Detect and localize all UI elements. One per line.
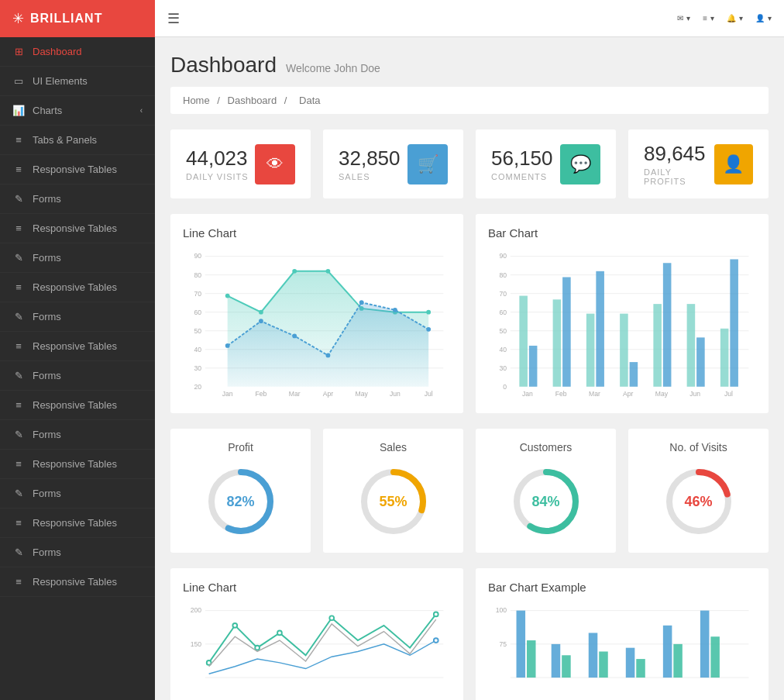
- topbar: ☰ ✉ ▾ ≡ ▾ 🔔 ▾ 👤 ▾: [155, 0, 784, 37]
- svg-rect-60: [630, 362, 638, 387]
- sidebar-item-resp-tables-1[interactable]: ≡ Responsive Tables: [0, 155, 155, 184]
- donut-sales-title: Sales: [335, 441, 451, 453]
- sidebar-item-forms-3[interactable]: ✎ Forms: [0, 302, 155, 332]
- bell-button[interactable]: 🔔 ▾: [727, 14, 743, 22]
- svg-rect-62: [663, 263, 672, 387]
- svg-text:Mar: Mar: [589, 390, 600, 398]
- sidebar-item-label: Responsive Tables: [33, 399, 117, 411]
- stat-sales-label: SALES: [339, 172, 401, 181]
- donut-card-sales: Sales 55%: [323, 429, 463, 553]
- donut-visits-title: No. of Visits: [641, 441, 756, 453]
- breadcrumb-sep-1: /: [217, 95, 222, 106]
- svg-text:Feb: Feb: [555, 390, 567, 398]
- stat-profits-value: 89,645: [644, 142, 714, 166]
- svg-text:70: 70: [499, 290, 507, 298]
- svg-text:40: 40: [194, 346, 201, 353]
- sidebar-item-forms-6[interactable]: ✎ Forms: [0, 479, 155, 509]
- form-icon-6: ✎: [12, 488, 25, 499]
- breadcrumb-section[interactable]: Dashboard: [228, 95, 277, 106]
- svg-text:75: 75: [499, 640, 507, 648]
- svg-rect-100: [527, 640, 536, 678]
- sidebar-item-resp-tables-4[interactable]: ≡ Responsive Tables: [0, 332, 155, 361]
- sidebar-item-tabs[interactable]: ≡ Tabs & Panels: [0, 126, 155, 155]
- sidebar-item-resp-tables-8[interactable]: ≡ Responsive Tables: [0, 567, 155, 597]
- svg-point-22: [426, 310, 431, 315]
- user-menu-button[interactable]: 👤 ▾: [755, 14, 772, 22]
- sidebar-item-resp-tables-3[interactable]: ≡ Responsive Tables: [0, 273, 155, 302]
- svg-text:40: 40: [499, 346, 507, 353]
- svg-text:80: 80: [499, 271, 507, 279]
- svg-text:Apr: Apr: [623, 390, 634, 398]
- chevron-icon: ‹: [140, 106, 143, 115]
- svg-rect-53: [519, 296, 528, 387]
- svg-rect-57: [586, 314, 595, 387]
- sidebar-item-label: Forms: [33, 429, 61, 440]
- bell-icon: 🔔: [727, 14, 736, 22]
- sidebar-item-ui-elements[interactable]: ▭ UI Elements: [0, 67, 155, 96]
- bottom-bar-chart-card: Bar Chart Example 100 75: [476, 568, 769, 700]
- svg-point-25: [259, 319, 263, 323]
- svg-text:Jan: Jan: [522, 390, 533, 398]
- svg-rect-55: [553, 299, 562, 386]
- svg-point-16: [225, 294, 230, 298]
- bottom-charts-row: Line Chart 200 150: [170, 568, 769, 700]
- sidebar-item-label: Forms: [33, 547, 61, 558]
- brand-logo-icon: ✳: [12, 10, 24, 27]
- donut-profit-label: 82%: [226, 494, 254, 510]
- donut-customers-chart: 84%: [507, 463, 585, 540]
- sidebar-item-charts[interactable]: 📊 Charts ‹: [0, 96, 155, 126]
- bottom-line-chart-svg: 200 150: [183, 603, 451, 700]
- stat-card-comments: 56,150 COMMENTS 💬: [476, 129, 616, 198]
- dashboard-icon: ⊞: [12, 46, 25, 57]
- sidebar-item-forms-5[interactable]: ✎ Forms: [0, 420, 155, 450]
- svg-text:100: 100: [496, 607, 507, 615]
- sidebar-item-label: Forms: [33, 252, 61, 264]
- breadcrumb: Home / Dashboard / Data: [170, 87, 769, 114]
- sidebar-item-resp-tables-5[interactable]: ≡ Responsive Tables: [0, 391, 155, 420]
- tabs-icon: ≡: [12, 134, 25, 146]
- mail-button[interactable]: ✉ ▾: [677, 14, 690, 22]
- svg-rect-61: [653, 304, 662, 387]
- svg-text:May: May: [356, 390, 369, 398]
- svg-rect-66: [730, 259, 738, 386]
- svg-text:90: 90: [194, 252, 201, 260]
- sidebar-item-forms-7[interactable]: ✎ Forms: [0, 538, 155, 567]
- svg-point-17: [259, 310, 263, 315]
- svg-text:200: 200: [191, 607, 202, 615]
- svg-rect-63: [687, 304, 696, 387]
- sidebar-item-label: Forms: [33, 488, 61, 499]
- breadcrumb-home[interactable]: Home: [183, 95, 210, 106]
- breadcrumb-current: Data: [299, 95, 320, 106]
- sidebar-item-forms-1[interactable]: ✎ Forms: [0, 184, 155, 214]
- stat-visits-icon: 👁: [255, 144, 295, 184]
- svg-rect-107: [663, 626, 672, 678]
- svg-rect-65: [720, 329, 729, 387]
- list-button[interactable]: ≡ ▾: [703, 14, 714, 22]
- sidebar-item-dashboard[interactable]: ⊞ Dashboard: [0, 37, 155, 67]
- page-header: Dashboard Welcome John Doe: [170, 53, 769, 78]
- svg-rect-64: [696, 337, 705, 386]
- hamburger-button[interactable]: ☰: [167, 10, 180, 27]
- sidebar-item-label: Responsive Tables: [33, 164, 117, 175]
- page-title: Dashboard: [170, 53, 277, 78]
- line-chart-card: Line Chart 90 80 70 60 50 40: [170, 214, 463, 413]
- bottom-bar-chart-title: Bar Chart Example: [488, 581, 756, 594]
- sidebar-item-label: Responsive Tables: [33, 458, 117, 470]
- donut-customers-label: 84%: [531, 494, 559, 510]
- stat-sales-icon: 🛒: [407, 144, 448, 184]
- sidebar-item-forms-4[interactable]: ✎ Forms: [0, 361, 155, 391]
- sidebar-item-resp-tables-7[interactable]: ≡ Responsive Tables: [0, 509, 155, 538]
- sidebar-item-forms-2[interactable]: ✎ Forms: [0, 243, 155, 273]
- table-icon-6: ≡: [12, 458, 25, 470]
- svg-rect-108: [673, 644, 683, 678]
- form-icon-3: ✎: [12, 311, 25, 322]
- donut-cards-row: Profit 82% Sales 55%: [170, 429, 769, 553]
- sidebar-item-label: Responsive Tables: [33, 281, 117, 293]
- svg-text:20: 20: [194, 383, 201, 391]
- svg-text:Jan: Jan: [222, 390, 233, 398]
- sidebar-item-label: UI Elements: [33, 75, 88, 87]
- svg-rect-101: [552, 644, 561, 678]
- svg-text:Jul: Jul: [425, 390, 433, 398]
- sidebar-item-resp-tables-6[interactable]: ≡ Responsive Tables: [0, 450, 155, 479]
- sidebar-item-resp-tables-2[interactable]: ≡ Responsive Tables: [0, 214, 155, 243]
